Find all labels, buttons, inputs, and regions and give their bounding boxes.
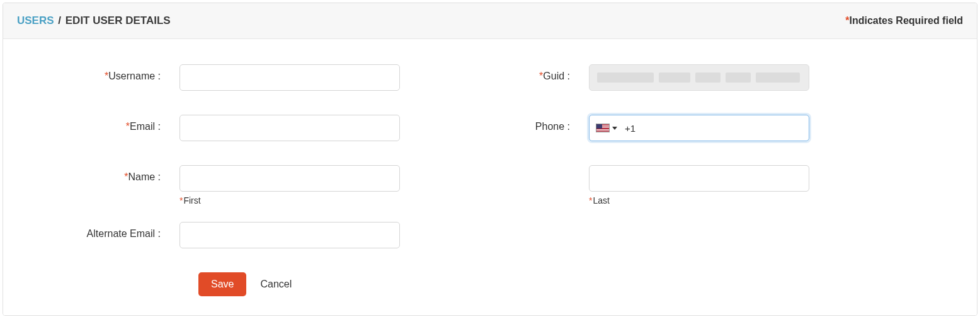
panel-header: USERS / EDIT USER DETAILS *Indicates Req… bbox=[3, 3, 977, 39]
us-flag-icon[interactable] bbox=[596, 124, 610, 132]
guid-label: *Guid : bbox=[425, 64, 589, 82]
row-username-guid: *Username : *Guid : bbox=[22, 64, 958, 91]
edit-user-panel: USERS / EDIT USER DETAILS *Indicates Req… bbox=[3, 3, 977, 316]
phone-field[interactable] bbox=[625, 115, 804, 141]
row-alt-email: Alternate Email : bbox=[22, 222, 958, 248]
last-name-field[interactable] bbox=[589, 165, 809, 192]
phone-field-wrapper bbox=[589, 115, 809, 141]
breadcrumb-separator: / bbox=[58, 14, 61, 26]
cancel-button[interactable]: Cancel bbox=[260, 279, 292, 290]
row-email-phone: *Email : Phone : bbox=[22, 115, 958, 141]
first-name-sublabel: *First bbox=[179, 195, 400, 205]
save-button[interactable]: Save bbox=[198, 272, 246, 296]
first-name-field[interactable] bbox=[179, 165, 400, 192]
breadcrumb: USERS / EDIT USER DETAILS bbox=[17, 14, 171, 27]
chevron-down-icon[interactable] bbox=[612, 127, 617, 130]
alt-email-label: Alternate Email : bbox=[22, 222, 179, 240]
name-label: *Name : bbox=[22, 165, 179, 183]
email-field[interactable] bbox=[179, 115, 400, 141]
alt-email-field[interactable] bbox=[179, 222, 400, 248]
breadcrumb-current: EDIT USER DETAILS bbox=[66, 14, 171, 26]
phone-label: Phone : bbox=[425, 115, 589, 132]
panel-body: *Username : *Guid : bbox=[3, 39, 977, 315]
guid-field bbox=[589, 64, 809, 91]
username-field[interactable] bbox=[179, 64, 400, 91]
last-name-spacer bbox=[425, 165, 589, 171]
required-field-note: *Indicates Required field bbox=[845, 15, 963, 26]
username-label: *Username : bbox=[22, 64, 179, 82]
email-label: *Email : bbox=[22, 115, 179, 132]
form-actions: Save Cancel bbox=[198, 272, 958, 296]
breadcrumb-root[interactable]: USERS bbox=[17, 14, 54, 26]
row-name: *Name : *First *Last bbox=[22, 165, 958, 205]
last-name-sublabel: *Last bbox=[589, 195, 809, 205]
